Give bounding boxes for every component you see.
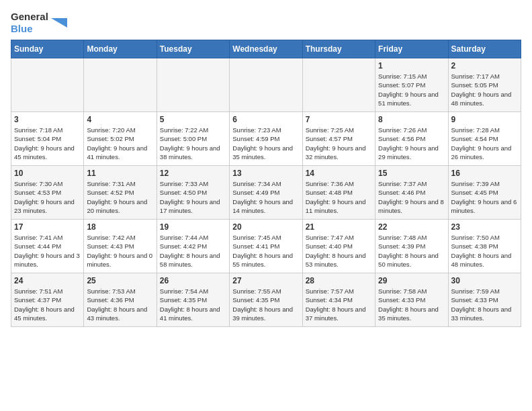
calendar-cell-w3-d1: 11Sunrise: 7:31 AMSunset: 4:52 PMDayligh… [84, 166, 157, 220]
day-number: 30 [451, 276, 518, 285]
day-info: Sunrise: 7:50 AMSunset: 4:38 PMDaylight:… [451, 233, 518, 269]
week-row-4: 17Sunrise: 7:41 AMSunset: 4:44 PMDayligh… [11, 220, 521, 273]
day-info: Sunrise: 7:30 AMSunset: 4:53 PMDaylight:… [14, 179, 81, 215]
day-info: Sunrise: 7:42 AMSunset: 4:43 PMDaylight:… [87, 233, 153, 269]
day-number: 11 [87, 169, 153, 178]
calendar-cell-w1-d4 [302, 58, 375, 112]
day-info: Sunrise: 7:59 AMSunset: 4:33 PMDaylight:… [451, 287, 518, 322]
day-info: Sunrise: 7:44 AMSunset: 4:42 PMDaylight:… [160, 233, 226, 269]
day-info: Sunrise: 7:48 AMSunset: 4:39 PMDaylight:… [378, 233, 445, 269]
weekday-header-tuesday: Tuesday [157, 40, 229, 58]
week-row-1: 1Sunrise: 7:15 AMSunset: 5:07 PMDaylight… [11, 58, 521, 112]
day-number: 26 [160, 276, 226, 285]
week-row-5: 24Sunrise: 7:51 AMSunset: 4:37 PMDayligh… [11, 273, 521, 327]
calendar-cell-w5-d0: 24Sunrise: 7:51 AMSunset: 4:37 PMDayligh… [11, 273, 84, 327]
day-info: Sunrise: 7:53 AMSunset: 4:36 PMDaylight:… [87, 287, 153, 322]
day-info: Sunrise: 7:37 AMSunset: 4:46 PMDaylight:… [378, 179, 445, 215]
day-number: 2 [451, 61, 518, 71]
day-number: 28 [306, 276, 372, 285]
calendar-cell-w2-d1: 4Sunrise: 7:20 AMSunset: 5:02 PMDaylight… [84, 112, 157, 166]
day-number: 21 [306, 222, 372, 232]
calendar-cell-w5-d3: 27Sunrise: 7:55 AMSunset: 4:35 PMDayligh… [230, 273, 302, 327]
day-number: 18 [87, 222, 153, 232]
calendar-cell-w4-d0: 17Sunrise: 7:41 AMSunset: 4:44 PMDayligh… [11, 220, 84, 273]
day-info: Sunrise: 7:39 AMSunset: 4:45 PMDaylight:… [451, 179, 518, 215]
weekday-header-saturday: Saturday [448, 40, 521, 58]
calendar-cell-w3-d3: 13Sunrise: 7:34 AMSunset: 4:49 PMDayligh… [230, 166, 302, 220]
calendar-cell-w2-d6: 9Sunrise: 7:28 AMSunset: 4:54 PMDaylight… [448, 112, 521, 166]
calendar-cell-w4-d4: 21Sunrise: 7:47 AMSunset: 4:40 PMDayligh… [302, 220, 375, 273]
day-info: Sunrise: 7:22 AMSunset: 5:00 PMDaylight:… [160, 126, 226, 161]
calendar-cell-w2-d5: 8Sunrise: 7:26 AMSunset: 4:56 PMDaylight… [375, 112, 448, 166]
calendar-cell-w5-d5: 29Sunrise: 7:58 AMSunset: 4:33 PMDayligh… [375, 273, 448, 327]
day-info: Sunrise: 7:31 AMSunset: 4:52 PMDaylight:… [87, 179, 153, 215]
calendar-cell-w1-d3 [230, 58, 302, 112]
calendar-cell-w4-d5: 22Sunrise: 7:48 AMSunset: 4:39 PMDayligh… [375, 220, 448, 273]
calendar-cell-w1-d2 [157, 58, 229, 112]
day-info: Sunrise: 7:17 AMSunset: 5:05 PMDaylight:… [451, 72, 518, 107]
svg-marker-0 [51, 18, 67, 28]
day-info: Sunrise: 7:36 AMSunset: 4:48 PMDaylight:… [306, 179, 372, 215]
day-number: 7 [306, 115, 372, 124]
day-number: 13 [232, 169, 299, 178]
weekday-header-wednesday: Wednesday [230, 40, 302, 58]
calendar-cell-w3-d6: 16Sunrise: 7:39 AMSunset: 4:45 PMDayligh… [448, 166, 521, 220]
day-number: 27 [232, 276, 299, 285]
day-info: Sunrise: 7:25 AMSunset: 4:57 PMDaylight:… [306, 126, 372, 161]
header: General Blue [11, 11, 521, 34]
day-number: 1 [378, 61, 445, 71]
week-row-3: 10Sunrise: 7:30 AMSunset: 4:53 PMDayligh… [11, 166, 521, 220]
calendar-cell-w4-d1: 18Sunrise: 7:42 AMSunset: 4:43 PMDayligh… [84, 220, 157, 273]
weekday-header-row: SundayMondayTuesdayWednesdayThursdayFrid… [11, 40, 521, 58]
day-info: Sunrise: 7:51 AMSunset: 4:37 PMDaylight:… [14, 287, 81, 322]
calendar-cell-w1-d5: 1Sunrise: 7:15 AMSunset: 5:07 PMDaylight… [375, 58, 448, 112]
calendar-cell-w5-d2: 26Sunrise: 7:54 AMSunset: 4:35 PMDayligh… [157, 273, 229, 327]
day-number: 14 [306, 169, 372, 178]
week-row-2: 3Sunrise: 7:18 AMSunset: 5:04 PMDaylight… [11, 112, 521, 166]
calendar-cell-w5-d6: 30Sunrise: 7:59 AMSunset: 4:33 PMDayligh… [448, 273, 521, 327]
day-number: 23 [451, 222, 518, 232]
day-info: Sunrise: 7:26 AMSunset: 4:56 PMDaylight:… [378, 126, 445, 161]
day-info: Sunrise: 7:58 AMSunset: 4:33 PMDaylight:… [378, 287, 445, 322]
day-number: 25 [87, 276, 153, 285]
calendar-cell-w4-d3: 20Sunrise: 7:45 AMSunset: 4:41 PMDayligh… [230, 220, 302, 273]
day-number: 29 [378, 276, 445, 285]
weekday-header-monday: Monday [84, 40, 157, 58]
calendar-cell-w2-d2: 5Sunrise: 7:22 AMSunset: 5:00 PMDaylight… [157, 112, 229, 166]
calendar-header: SundayMondayTuesdayWednesdayThursdayFrid… [11, 40, 521, 58]
day-info: Sunrise: 7:23 AMSunset: 4:59 PMDaylight:… [232, 126, 299, 161]
logo-general: General [11, 11, 48, 22]
calendar-cell-w1-d0 [11, 58, 84, 112]
day-info: Sunrise: 7:15 AMSunset: 5:07 PMDaylight:… [378, 72, 445, 107]
logo-chevron-icon [51, 15, 67, 31]
day-info: Sunrise: 7:33 AMSunset: 4:50 PMDaylight:… [160, 179, 226, 215]
calendar-cell-w1-d1 [84, 58, 157, 112]
day-number: 3 [14, 115, 81, 124]
logo-blue: Blue [11, 23, 33, 34]
day-number: 9 [451, 115, 518, 124]
day-info: Sunrise: 7:55 AMSunset: 4:35 PMDaylight:… [232, 287, 299, 322]
logo: General Blue [11, 11, 67, 34]
calendar-cell-w2-d3: 6Sunrise: 7:23 AMSunset: 4:59 PMDaylight… [230, 112, 302, 166]
calendar-cell-w4-d2: 19Sunrise: 7:44 AMSunset: 4:42 PMDayligh… [157, 220, 229, 273]
day-info: Sunrise: 7:18 AMSunset: 5:04 PMDaylight:… [14, 126, 81, 161]
calendar-body: 1Sunrise: 7:15 AMSunset: 5:07 PMDaylight… [11, 58, 521, 327]
day-info: Sunrise: 7:45 AMSunset: 4:41 PMDaylight:… [232, 233, 299, 269]
calendar-cell-w2-d0: 3Sunrise: 7:18 AMSunset: 5:04 PMDaylight… [11, 112, 84, 166]
calendar-cell-w3-d2: 12Sunrise: 7:33 AMSunset: 4:50 PMDayligh… [157, 166, 229, 220]
day-number: 12 [160, 169, 226, 178]
calendar-cell-w5-d1: 25Sunrise: 7:53 AMSunset: 4:36 PMDayligh… [84, 273, 157, 327]
calendar-cell-w2-d4: 7Sunrise: 7:25 AMSunset: 4:57 PMDaylight… [302, 112, 375, 166]
weekday-header-sunday: Sunday [11, 40, 84, 58]
day-number: 17 [14, 222, 81, 232]
day-info: Sunrise: 7:54 AMSunset: 4:35 PMDaylight:… [160, 287, 226, 322]
day-number: 6 [232, 115, 299, 124]
calendar-table: SundayMondayTuesdayWednesdayThursdayFrid… [11, 40, 521, 327]
weekday-header-friday: Friday [375, 40, 448, 58]
day-number: 4 [87, 115, 153, 124]
calendar-cell-w3-d0: 10Sunrise: 7:30 AMSunset: 4:53 PMDayligh… [11, 166, 84, 220]
day-info: Sunrise: 7:20 AMSunset: 5:02 PMDaylight:… [87, 126, 153, 161]
calendar-cell-w3-d5: 15Sunrise: 7:37 AMSunset: 4:46 PMDayligh… [375, 166, 448, 220]
day-number: 16 [451, 169, 518, 178]
day-info: Sunrise: 7:28 AMSunset: 4:54 PMDaylight:… [451, 126, 518, 161]
